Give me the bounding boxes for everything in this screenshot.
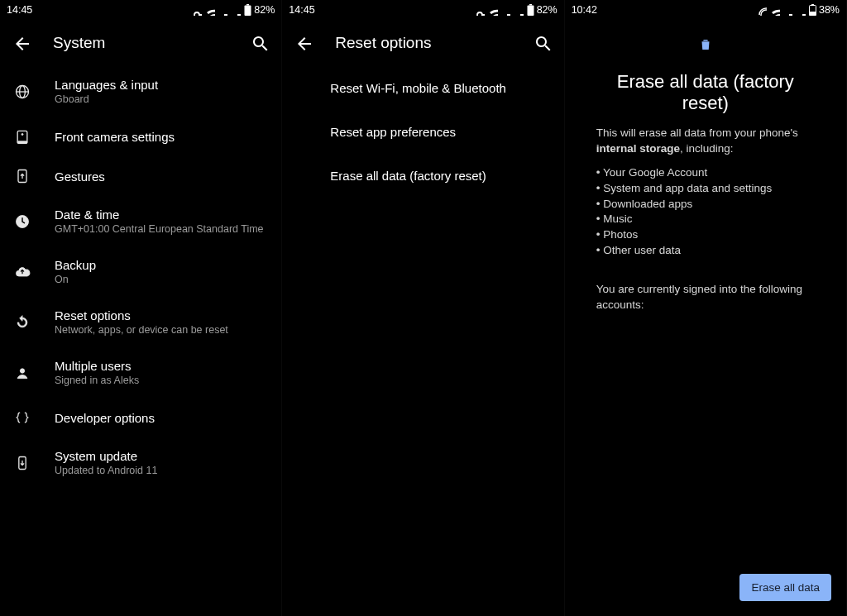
battery-icon	[809, 4, 816, 16]
battery-icon	[527, 4, 534, 16]
erase-bullet-list: Your Google AccountSystem and app data a…	[596, 165, 815, 259]
svg-rect-16	[809, 12, 816, 16]
settings-list: Languages & inputGboardFront camera sett…	[0, 66, 281, 616]
row-subtitle: Updated to Android 11	[55, 465, 157, 476]
erase-content: Erase all data (factory reset) This will…	[565, 20, 846, 313]
screen-reset-options: 14:45 82% Reset options Reset Wi-Fi, mob…	[282, 0, 564, 616]
status-indicators: 82%	[474, 4, 557, 16]
row-subtitle: Network, apps, or device can be reset	[55, 324, 228, 336]
cloud-icon	[12, 264, 33, 280]
battery-text: 82%	[254, 4, 275, 16]
row-label: Developer options	[55, 411, 155, 425]
page-title: Reset options	[335, 34, 510, 52]
vpn-icon	[756, 5, 767, 16]
svg-rect-11	[245, 6, 251, 17]
row-subtitle: Signed in as Aleks	[55, 375, 139, 386]
row-label: Date & time	[55, 208, 264, 222]
row-label: Front camera settings	[55, 130, 175, 144]
svg-rect-14	[529, 4, 532, 6]
signal-icon	[514, 5, 524, 16]
row-label: Reset options	[55, 308, 228, 322]
wifi-icon	[769, 5, 780, 16]
row-subtitle: On	[55, 274, 96, 285]
gestures-icon	[12, 168, 33, 184]
page-title: System	[53, 34, 228, 52]
status-bar: 14:45 82%	[0, 0, 281, 20]
settings-row-globe[interactable]: Languages & inputGboard	[0, 66, 281, 117]
row-label: Gestures	[55, 170, 105, 184]
wifi-icon	[204, 5, 215, 16]
row-subtitle: Gboard	[55, 93, 158, 105]
status-time: 14:45	[289, 4, 314, 16]
settings-row-gestures[interactable]: Gestures	[0, 156, 281, 196]
settings-row-braces[interactable]: Developer options	[0, 398, 281, 437]
reset-option-row[interactable]: Reset app preferences	[282, 110, 563, 154]
settings-row-user[interactable]: Multiple usersSigned in as Aleks	[0, 347, 281, 398]
app-bar: Reset options	[282, 20, 563, 66]
wifi-icon	[487, 5, 498, 16]
trash-icon	[698, 36, 713, 56]
erase-bullet: System and app data and settings	[596, 181, 815, 197]
status-time: 10:42	[572, 4, 597, 16]
user-icon	[12, 365, 33, 381]
row-label: Languages & input	[55, 78, 158, 92]
reset-options-list: Reset Wi-Fi, mobile & BluetoothReset app…	[282, 66, 563, 616]
screen-erase-all-data: 10:42 38% Erase all data (factory reset)…	[565, 0, 847, 616]
status-indicators: 82%	[191, 4, 275, 16]
row-label: Multiple users	[55, 359, 139, 373]
back-button[interactable]	[12, 33, 31, 53]
svg-rect-12	[246, 4, 249, 6]
clock-icon	[12, 213, 33, 230]
settings-row-camera[interactable]: Front camera settings	[0, 117, 281, 156]
erase-accounts-msg: You are currently signed into the follow…	[596, 282, 815, 313]
svg-rect-17	[811, 4, 814, 6]
app-bar: System	[0, 20, 281, 66]
erase-bullet: Your Google Account	[596, 165, 815, 181]
braces-icon	[12, 409, 33, 426]
status-bar: 10:42 38%	[565, 0, 846, 20]
reset-icon	[12, 314, 33, 331]
signal-icon	[218, 5, 228, 16]
settings-row-reset[interactable]: Reset optionsNetwork, apps, or device ca…	[0, 297, 281, 347]
search-button[interactable]	[533, 33, 553, 53]
erase-button-bar: Erase all data	[739, 574, 831, 601]
erase-description: This will erase all data from your phone…	[596, 126, 815, 313]
settings-row-sysup[interactable]: System updateUpdated to Android 11	[0, 437, 281, 488]
battery-text: 82%	[537, 4, 557, 16]
signal-icon	[231, 5, 242, 16]
back-button[interactable]	[294, 33, 313, 53]
screen-system: 14:45 82% System Languages & inputGboard…	[0, 0, 282, 616]
status-bar: 14:45 82%	[282, 0, 563, 20]
signal-icon	[782, 5, 793, 16]
camera-icon	[12, 128, 33, 145]
reset-option-row[interactable]: Erase all data (factory reset)	[282, 154, 563, 198]
row-label: System update	[55, 449, 157, 463]
settings-row-clock[interactable]: Date & timeGMT+01:00 Central European St…	[0, 196, 281, 246]
status-indicators: 38%	[756, 4, 840, 16]
svg-rect-13	[527, 6, 534, 17]
battery-text: 38%	[819, 4, 840, 16]
signal-icon	[500, 5, 511, 16]
key-icon	[191, 5, 202, 16]
row-label: Backup	[55, 258, 96, 272]
battery-icon	[244, 4, 251, 16]
erase-bullet: Photos	[596, 227, 815, 243]
row-subtitle: GMT+01:00 Central European Standard Time	[55, 223, 264, 235]
globe-icon	[12, 84, 33, 100]
key-icon	[474, 5, 485, 16]
erase-bullet: Downloaded apps	[596, 197, 815, 212]
settings-row-cloud[interactable]: BackupOn	[0, 246, 281, 297]
erase-bullet: Other user data	[596, 243, 815, 259]
erase-title: Erase all data (factory reset)	[596, 71, 815, 114]
erase-bullet: Music	[596, 212, 815, 227]
status-time: 14:45	[7, 4, 32, 16]
search-button[interactable]	[250, 33, 270, 53]
reset-option-row[interactable]: Reset Wi-Fi, mobile & Bluetooth	[282, 66, 563, 110]
sysup-icon	[12, 455, 33, 471]
erase-all-data-button[interactable]: Erase all data	[739, 574, 831, 601]
signal-icon	[796, 5, 806, 16]
